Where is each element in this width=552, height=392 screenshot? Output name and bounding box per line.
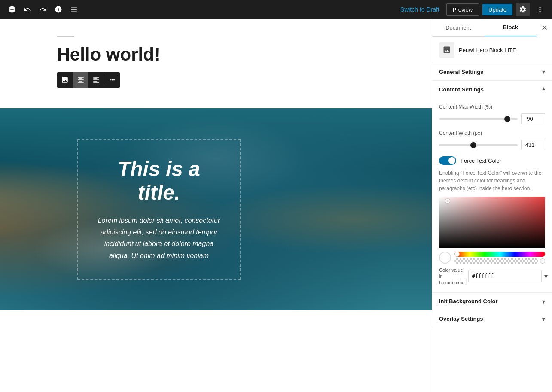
toolbar-left bbox=[5, 3, 81, 16]
main-layout: Hello world! bbox=[0, 19, 552, 392]
color-controls bbox=[439, 252, 545, 264]
toolbar-right: Switch to Draft Preview Update bbox=[397, 3, 547, 16]
top-toolbar: Switch to Draft Preview Update bbox=[0, 0, 552, 19]
block-header: Peuwl Hero Block LITE bbox=[432, 37, 552, 63]
preview-button[interactable]: Preview bbox=[446, 3, 479, 16]
hue-slider-wrap bbox=[454, 252, 545, 264]
hex-chevron[interactable]: ▾ bbox=[544, 272, 548, 280]
hero-content-box: This is a title. Lorem ipsum dolor sit a… bbox=[77, 139, 241, 280]
overlay-settings-section[interactable]: Overlay Settings ▾ bbox=[432, 310, 552, 328]
switch-draft-button[interactable]: Switch to Draft bbox=[397, 6, 443, 13]
block-more-button[interactable] bbox=[104, 72, 120, 88]
hex-label: Color value in hexadecimal bbox=[439, 267, 466, 286]
max-width-label: Content Max Width (%) bbox=[439, 104, 545, 110]
settings-button[interactable] bbox=[516, 3, 530, 16]
post-title[interactable]: Hello world! bbox=[57, 44, 375, 65]
title-divider bbox=[57, 36, 74, 37]
content-width-row bbox=[439, 140, 545, 150]
hero-body[interactable]: Lorem ipsum dolor sit amet, consectetur … bbox=[95, 215, 223, 261]
block-align-button[interactable] bbox=[88, 72, 104, 88]
init-bg-color-label: Init Background Color bbox=[439, 298, 498, 304]
content-settings-label: Content Settings bbox=[439, 86, 484, 93]
hero-block[interactable]: This is a title. Lorem ipsum dolor sit a… bbox=[0, 108, 432, 310]
color-preview bbox=[439, 252, 451, 264]
general-settings-section[interactable]: General Settings ▾ bbox=[432, 63, 552, 81]
undo-button[interactable] bbox=[21, 3, 34, 16]
block-type-center-button[interactable] bbox=[73, 72, 88, 88]
right-panel: Document Block ✕ Peuwl Hero Block LITE G… bbox=[432, 19, 552, 392]
block-type-image-button[interactable] bbox=[57, 72, 73, 88]
panel-close-button[interactable]: ✕ bbox=[537, 20, 552, 36]
color-picker: Color value in hexadecimal ▾ bbox=[439, 197, 545, 286]
hex-row: Color value in hexadecimal ▾ bbox=[439, 267, 545, 286]
hero-title[interactable]: This is a title. bbox=[95, 157, 223, 204]
init-bg-color-chevron: ▾ bbox=[542, 298, 545, 305]
general-settings-label: General Settings bbox=[439, 69, 483, 75]
max-width-input[interactable] bbox=[521, 113, 545, 124]
block-toolbar bbox=[57, 72, 120, 88]
editor-inner: Hello world! bbox=[23, 19, 409, 108]
redo-button[interactable] bbox=[36, 3, 50, 16]
block-tab[interactable]: Block bbox=[485, 19, 537, 36]
tools-button[interactable] bbox=[67, 3, 81, 16]
content-settings-content: Content Max Width (%) Content Width (px)… bbox=[432, 98, 552, 293]
add-block-button[interactable] bbox=[5, 3, 19, 16]
overlay-settings-chevron: ▾ bbox=[542, 316, 545, 322]
alpha-knob bbox=[540, 258, 545, 264]
content-width-slider[interactable] bbox=[439, 144, 518, 146]
document-tab[interactable]: Document bbox=[432, 19, 485, 36]
init-bg-color-section[interactable]: Init Background Color ▾ bbox=[432, 293, 552, 310]
overlay-settings-label: Overlay Settings bbox=[439, 316, 483, 322]
content-width-input[interactable] bbox=[521, 140, 545, 150]
max-width-slider[interactable] bbox=[439, 118, 518, 120]
more-options-button[interactable] bbox=[533, 3, 547, 16]
toggle-knob bbox=[448, 157, 455, 164]
general-settings-chevron: ▾ bbox=[542, 68, 545, 75]
hex-input[interactable] bbox=[468, 270, 542, 282]
color-gradient[interactable] bbox=[439, 197, 545, 248]
info-button[interactable] bbox=[52, 3, 65, 16]
editor-area[interactable]: Hello world! bbox=[0, 19, 432, 392]
panel-tabs-row: Document Block ✕ bbox=[432, 19, 552, 37]
force-text-color-toggle[interactable] bbox=[439, 156, 456, 165]
panel-tabs: Document Block bbox=[432, 19, 537, 37]
block-icon bbox=[439, 42, 454, 58]
max-width-row bbox=[439, 113, 545, 124]
block-name-label: Peuwl Hero Block LITE bbox=[459, 47, 516, 53]
color-cursor[interactable] bbox=[445, 199, 450, 203]
force-text-color-row: Force Text Color bbox=[439, 156, 545, 165]
update-button[interactable]: Update bbox=[482, 4, 512, 15]
force-text-color-label: Force Text Color bbox=[461, 158, 501, 164]
content-width-label: Content Width (px) bbox=[439, 130, 545, 136]
hue-slider[interactable] bbox=[454, 252, 545, 257]
content-settings-chevron: ▾ bbox=[542, 86, 545, 93]
content-settings-section[interactable]: Content Settings ▾ bbox=[432, 81, 552, 98]
force-text-color-info: Enabling "Force Text Color" will overwri… bbox=[439, 169, 545, 192]
